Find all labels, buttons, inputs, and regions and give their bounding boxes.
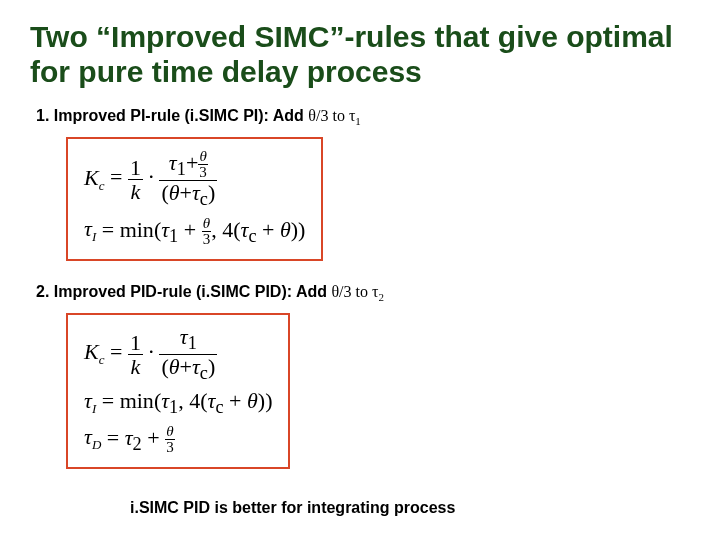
num1b: 1 bbox=[128, 331, 143, 355]
kc2-sub: c bbox=[99, 353, 105, 368]
min: min bbox=[120, 216, 154, 241]
kc-sym: K bbox=[84, 165, 99, 190]
lp: ( bbox=[161, 180, 168, 205]
rule1-head-mid: to bbox=[328, 107, 348, 124]
den-kb: k bbox=[128, 355, 143, 378]
comma: , bbox=[211, 216, 222, 241]
lp6: ( bbox=[200, 388, 207, 413]
tau1b: τ bbox=[161, 216, 169, 241]
kc-sub: c bbox=[99, 178, 105, 193]
tc: τ bbox=[192, 180, 200, 205]
frac-main1: τ1+θ3 (θ+τc) bbox=[159, 149, 217, 210]
frac-1k: 1 k bbox=[128, 156, 143, 203]
t3: 3 bbox=[198, 165, 208, 180]
dot2: · bbox=[148, 339, 159, 364]
t3b: 3 bbox=[202, 232, 212, 247]
plus4: + bbox=[262, 216, 274, 241]
s1d: 1 bbox=[169, 398, 178, 418]
plus: + bbox=[186, 150, 198, 175]
plus7: + bbox=[147, 424, 159, 449]
rule2-head-mid: to bbox=[352, 283, 372, 300]
rule1-taui: τI = min(τ1 + θ3, 4(τc + θ)) bbox=[84, 216, 305, 247]
rule2-head-text: 2. Improved PID-rule (i.SIMC PID): Add bbox=[36, 283, 331, 300]
num1: 1 bbox=[128, 156, 143, 180]
rp2: ) bbox=[291, 216, 298, 241]
s2a: 2 bbox=[133, 434, 142, 454]
tau1c: τ bbox=[180, 324, 188, 349]
plus3: + bbox=[184, 216, 196, 241]
rule1-heading: 1. Improved PI-rule (i.SIMC PI): Add θ/3… bbox=[36, 107, 690, 127]
rule2-kc: Kc = 1 k · τ1 (θ+τc) bbox=[84, 325, 272, 383]
rule1-head-sub: 1 bbox=[355, 115, 361, 127]
th: θ bbox=[198, 149, 208, 165]
t3c: 3 bbox=[165, 440, 175, 455]
tau1d: τ bbox=[161, 388, 169, 413]
den-k: k bbox=[128, 180, 143, 203]
rule1-head-text: 1. Improved PI-rule (i.SIMC PI): Add bbox=[36, 107, 308, 124]
rule2-formula-box: Kc = 1 k · τ1 (θ+τc) τI = min(τ1, 4(τc +… bbox=[66, 313, 290, 469]
rp3: ) bbox=[298, 216, 305, 241]
th4: θ bbox=[280, 216, 291, 241]
td-sub: D bbox=[92, 438, 101, 453]
four2: 4 bbox=[189, 388, 200, 413]
th3: θ bbox=[202, 216, 212, 232]
s1c: 1 bbox=[188, 333, 197, 353]
th2: θ bbox=[169, 180, 180, 205]
tc3: τ bbox=[192, 354, 200, 379]
th5: θ bbox=[169, 354, 180, 379]
eq4: = bbox=[102, 388, 120, 413]
tau2a: τ bbox=[125, 424, 133, 449]
comma2: , bbox=[178, 388, 189, 413]
footer-note: i.SIMC PID is better for integrating pro… bbox=[130, 499, 690, 517]
eq: = bbox=[110, 165, 128, 190]
s1: 1 bbox=[177, 159, 186, 179]
rule1-kc: Kc = 1 k · τ1+θ3 (θ+τc) bbox=[84, 149, 305, 210]
rule1-head-frac: θ/3 bbox=[308, 107, 328, 124]
dot: · bbox=[148, 165, 159, 190]
rule2-taui: τI = min(τ1, 4(τc + θ)) bbox=[84, 389, 272, 418]
plus2: + bbox=[180, 180, 192, 205]
rule2-head-sub: 2 bbox=[378, 291, 384, 303]
sc4: c bbox=[215, 398, 223, 418]
slide-title: Two “Improved SIMC”-rules that give opti… bbox=[30, 20, 690, 89]
plus6: + bbox=[229, 388, 241, 413]
rule2-head-frac: θ/3 bbox=[331, 283, 351, 300]
rp: ) bbox=[208, 180, 215, 205]
eq2: = bbox=[102, 216, 120, 241]
four: 4 bbox=[222, 216, 233, 241]
rp4: ) bbox=[208, 354, 215, 379]
tau: τ bbox=[169, 150, 177, 175]
kc2-sym: K bbox=[84, 339, 99, 364]
sc: c bbox=[200, 190, 208, 210]
s1b: 1 bbox=[169, 226, 178, 246]
td-sym: τ bbox=[84, 424, 92, 449]
sc2: c bbox=[248, 226, 256, 246]
th7: θ bbox=[165, 424, 175, 440]
ti2-sub: I bbox=[92, 402, 96, 417]
ti-sub: I bbox=[92, 230, 96, 245]
sc3: c bbox=[200, 363, 208, 383]
rule1-formula-box: Kc = 1 k · τ1+θ3 (θ+τc) τI = min(τ1 + θ3… bbox=[66, 137, 323, 261]
rp6: ) bbox=[265, 388, 272, 413]
th6: θ bbox=[247, 388, 258, 413]
lp3: ( bbox=[233, 216, 240, 241]
min2: min bbox=[120, 388, 154, 413]
lp4: ( bbox=[161, 354, 168, 379]
rule2-heading: 2. Improved PID-rule (i.SIMC PID): Add θ… bbox=[36, 283, 690, 303]
eq5: = bbox=[107, 424, 125, 449]
ti-sym: τ bbox=[84, 216, 92, 241]
plus5: + bbox=[180, 354, 192, 379]
frac-main2: τ1 (θ+τc) bbox=[159, 325, 217, 383]
eq3: = bbox=[110, 339, 128, 364]
frac-1k-b: 1 k bbox=[128, 331, 143, 378]
ti2-sym: τ bbox=[84, 388, 92, 413]
rule2-taud: τD = τ2 + θ3 bbox=[84, 424, 272, 455]
